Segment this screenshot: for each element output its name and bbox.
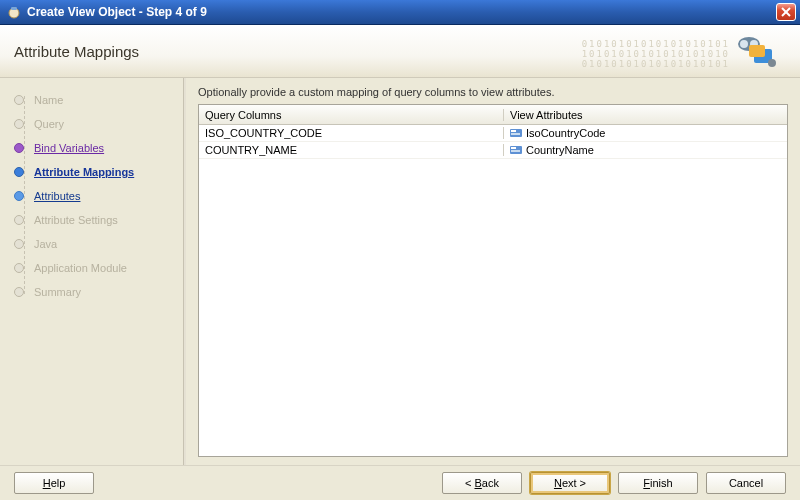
view-attr-text: CountryName [526, 144, 594, 156]
cell-query-column[interactable]: ISO_COUNTRY_CODE [199, 127, 504, 139]
nav-step-query: Query [14, 112, 179, 136]
nav-dot-icon [14, 191, 24, 201]
svg-point-5 [740, 40, 748, 48]
window-title: Create View Object - Step 4 of 9 [27, 5, 776, 19]
nav-dot-icon [14, 239, 24, 249]
mapping-table[interactable]: Query Columns View Attributes ISO_COUNTR… [198, 104, 788, 457]
wizard-nav: Name Query Bind Variables Attribute Mapp… [0, 78, 183, 465]
svg-point-9 [768, 59, 776, 67]
svg-rect-12 [511, 133, 520, 135]
main-panel: Optionally provide a custom mapping of q… [186, 78, 800, 465]
nav-step-attribute-settings: Attribute Settings [14, 208, 179, 232]
svg-rect-14 [511, 147, 516, 149]
decorative-binary: 0101010101010101010110101010101010101010… [582, 39, 730, 69]
titlebar: Create View Object - Step 4 of 9 [0, 0, 800, 25]
svg-rect-8 [749, 45, 765, 57]
footer: Help < Back Next > Finish Cancel [0, 465, 800, 500]
nav-dot-icon [14, 119, 24, 129]
page-title: Attribute Mappings [14, 43, 139, 60]
nav-label: Java [34, 238, 57, 250]
nav-label[interactable]: Attribute Mappings [34, 166, 134, 178]
back-button[interactable]: < Back [442, 472, 522, 494]
cell-query-column[interactable]: COUNTRY_NAME [199, 144, 504, 156]
nav-label[interactable]: Attributes [34, 190, 80, 202]
nav-label: Query [34, 118, 64, 130]
nav-dot-icon [14, 167, 24, 177]
nav-step-attributes[interactable]: Attributes [14, 184, 179, 208]
nav-step-java: Java [14, 232, 179, 256]
nav-step-name: Name [14, 88, 179, 112]
finish-button[interactable]: Finish [618, 472, 698, 494]
content-area: Name Query Bind Variables Attribute Mapp… [0, 78, 800, 465]
nav-label: Attribute Settings [34, 214, 118, 226]
nav-dot-icon [14, 143, 24, 153]
attribute-icon [510, 145, 522, 155]
column-header-view[interactable]: View Attributes [504, 109, 787, 121]
svg-rect-15 [511, 150, 520, 152]
svg-rect-1 [11, 7, 17, 10]
attribute-icon [510, 128, 522, 138]
nav-dot-icon [14, 287, 24, 297]
help-button[interactable]: Help [14, 472, 94, 494]
header-band: Attribute Mappings 010101010101010101011… [0, 25, 800, 78]
nav-dot-icon [14, 215, 24, 225]
table-row[interactable]: COUNTRY_NAME CountryName [199, 142, 787, 159]
table-row[interactable]: ISO_COUNTRY_CODE IsoCountryCode [199, 125, 787, 142]
svg-rect-11 [511, 130, 516, 132]
close-button[interactable] [776, 3, 796, 21]
nav-label: Summary [34, 286, 81, 298]
nav-step-attribute-mappings[interactable]: Attribute Mappings [14, 160, 179, 184]
brand-icon [734, 33, 778, 69]
nav-step-summary: Summary [14, 280, 179, 304]
nav-label[interactable]: Bind Variables [34, 142, 104, 154]
cell-view-attribute[interactable]: IsoCountryCode [504, 127, 787, 139]
cancel-button[interactable]: Cancel [706, 472, 786, 494]
app-icon [6, 4, 22, 20]
nav-label: Application Module [34, 262, 127, 274]
cell-view-attribute[interactable]: CountryName [504, 144, 787, 156]
nav-step-application-module: Application Module [14, 256, 179, 280]
view-attr-text: IsoCountryCode [526, 127, 606, 139]
nav-dot-icon [14, 263, 24, 273]
table-header: Query Columns View Attributes [199, 105, 787, 125]
next-button[interactable]: Next > [530, 472, 610, 494]
nav-label: Name [34, 94, 63, 106]
nav-step-bind-variables[interactable]: Bind Variables [14, 136, 179, 160]
column-header-query[interactable]: Query Columns [199, 109, 504, 121]
nav-dot-icon [14, 95, 24, 105]
instruction-text: Optionally provide a custom mapping of q… [198, 86, 788, 98]
